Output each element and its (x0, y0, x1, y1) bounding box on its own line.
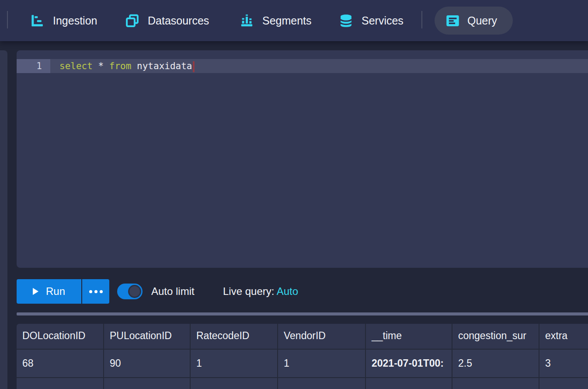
nav-tab-segments[interactable]: Segments (240, 0, 312, 41)
line-number: 1 (17, 59, 50, 73)
nav-tab-label: Ingestion (53, 14, 97, 27)
table-cell[interactable]: 3 (539, 350, 588, 377)
sql-keyword: from (109, 61, 132, 71)
table-row: 68 90 1 1 2021-07-01T00: 2.5 3 (17, 349, 588, 377)
sql-editor[interactable]: 1 select * from nytaxidata (17, 50, 588, 268)
column-header[interactable]: congestion_sur (452, 324, 539, 349)
column-header[interactable]: DOLocationID (17, 324, 104, 349)
auto-limit-toggle[interactable] (117, 284, 143, 299)
column-header[interactable]: RatecodeID (191, 324, 278, 349)
database-icon (339, 14, 353, 28)
top-nav-bar: Ingestion Datasources Segments (0, 0, 588, 41)
table-row-partial (17, 377, 588, 389)
sql-table-name: nytaxidata (137, 61, 192, 71)
query-results-table: DOLocationID PULocationID RatecodeID Ven… (17, 324, 588, 389)
column-header[interactable]: PULocationID (104, 324, 191, 349)
nav-tab-ingestion[interactable]: Ingestion (31, 0, 97, 41)
live-query-label: Live query: (223, 285, 274, 297)
table-cell[interactable]: 1 (191, 350, 278, 377)
column-header[interactable]: extra (539, 324, 588, 349)
nav-tab-datasources[interactable]: Datasources (125, 0, 209, 41)
run-button-label: Run (46, 285, 65, 298)
nav-tab-services[interactable]: Services (339, 0, 404, 41)
toggle-knob (128, 285, 141, 298)
nav-query-divider (421, 11, 422, 28)
nav-tab-label: Services (362, 14, 404, 27)
text-cursor (193, 61, 195, 72)
auto-limit-label: Auto limit (151, 279, 195, 304)
run-button-group: Run (17, 279, 109, 304)
nav-tab-query-active[interactable]: Query (435, 7, 513, 35)
sql-keyword: select (59, 61, 93, 71)
query-card-icon (446, 14, 459, 28)
column-header[interactable]: VendorID (278, 324, 366, 349)
table-header-row: DOLocationID PULocationID RatecodeID Ven… (17, 324, 588, 349)
table-cell[interactable]: 2.5 (452, 350, 539, 377)
nav-tab-label: Datasources (148, 14, 209, 27)
live-query-value[interactable]: Auto (277, 285, 298, 297)
ellipsis-icon (89, 290, 92, 293)
table-cell-time[interactable]: 2021-07-01T00: (366, 350, 452, 377)
bar-chart-icon (240, 14, 254, 28)
layers-icon (125, 14, 139, 28)
table-cell[interactable]: 90 (104, 350, 191, 377)
table-cell[interactable]: 1 (278, 350, 366, 377)
side-panel-edge (0, 50, 7, 389)
run-button[interactable]: Run (17, 279, 81, 304)
nav-tab-label: Query (467, 14, 497, 27)
table-cell[interactable]: 68 (17, 350, 104, 377)
run-more-button[interactable] (81, 279, 109, 304)
nav-tab-label: Segments (262, 14, 312, 27)
column-header[interactable]: __time (366, 324, 452, 349)
horizontal-splitter[interactable] (17, 312, 588, 315)
live-query-control[interactable]: Live query: Auto (223, 279, 298, 304)
sql-code-line[interactable]: select * from nytaxidata (50, 59, 195, 73)
sql-star: * (98, 61, 104, 71)
play-icon (33, 288, 38, 295)
gantt-chart-icon (31, 14, 44, 28)
nav-left-divider (7, 11, 8, 28)
